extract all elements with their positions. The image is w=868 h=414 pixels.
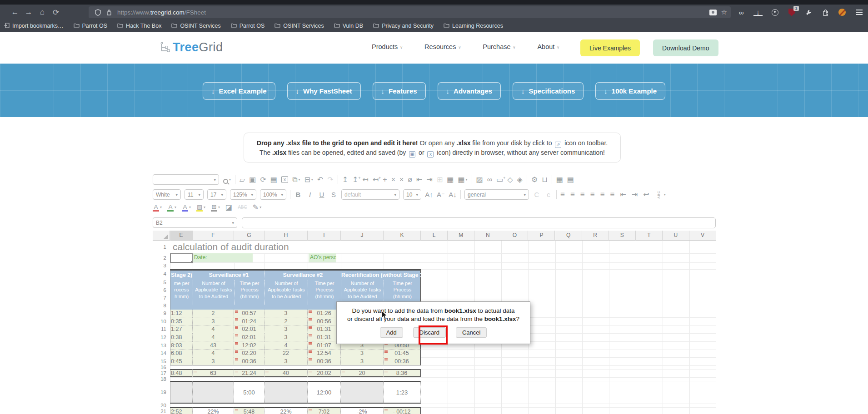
row-number[interactable]: 16 (153, 365, 166, 370)
row-number[interactable]: 7 (153, 295, 166, 301)
cell[interactable]: 20 (341, 369, 384, 377)
cell[interactable]: 3 (341, 350, 384, 357)
copy-icon[interactable]: ⧉▾ (292, 176, 300, 184)
bookmark-item[interactable]: Vuln DB (334, 23, 363, 29)
column-header-N[interactable]: N (474, 231, 501, 241)
column-header-T[interactable]: T (636, 231, 663, 241)
tag-icon[interactable]: ◇ (507, 176, 513, 184)
header-subcolumn[interactable]: Number of Applicable Tasks to be Audited (265, 280, 308, 305)
cell[interactable]: 00:57 (234, 310, 264, 317)
corner-cell[interactable] (153, 231, 170, 241)
vertical-text-icon[interactable]: ABC▾ (655, 191, 666, 199)
lowercase-icon[interactable]: c (544, 191, 553, 198)
url-bar[interactable]: https://www.treegrid.com/FSheet ☆ (89, 6, 731, 18)
cell[interactable] (341, 381, 384, 404)
font-larger-icon[interactable]: A↑ (425, 191, 433, 198)
cell-borders-icon[interactable]: ⊞▾ (211, 203, 220, 212)
download-demo-button[interactable]: Download Demo (653, 39, 718, 56)
header-group[interactable]: Surveillance #1 (193, 271, 265, 280)
header-subcolumn[interactable]: me per rocess h:mm) (170, 280, 193, 305)
privacy-shield-extension-icon[interactable]: 1 (787, 8, 796, 17)
nav-item-about[interactable]: About∨ (537, 43, 559, 50)
cell[interactable]: 22 (264, 350, 308, 357)
print-zoom-combo[interactable]: 100%▾ (260, 189, 286, 200)
cell[interactable]: 0:45 (170, 357, 193, 365)
insert-col-icon[interactable]: ↤+ (373, 176, 379, 184)
uppercase-icon[interactable]: C (533, 191, 541, 198)
cell[interactable]: 3 (264, 333, 308, 341)
anchor-button-features[interactable]: ↓Features (373, 82, 426, 100)
cell[interactable]: 4 (193, 325, 234, 333)
settings-icon[interactable]: ⚙ (531, 176, 538, 184)
header-group[interactable]: Stage 2) (170, 271, 193, 280)
cell[interactable]: 4 (193, 350, 234, 357)
header-subcolumn[interactable]: Number of Applicable Tasks to be Audited (341, 280, 384, 305)
row-number[interactable]: 17 (153, 370, 166, 376)
noscript-extension-icon[interactable] (838, 8, 847, 17)
column-header-Q[interactable]: Q (555, 231, 582, 241)
excel-export-icon[interactable]: x (281, 176, 288, 183)
sheet-title-cell[interactable]: calculation of audit duration (170, 241, 420, 253)
clear-format-icon[interactable]: ABC (238, 203, 247, 212)
row-number[interactable]: 4 (153, 271, 166, 276)
cell[interactable]: 2:52 (170, 407, 193, 414)
add-button[interactable]: Add (380, 327, 403, 338)
wrap-text-icon[interactable]: ↩ (643, 191, 649, 199)
size-combo[interactable]: 10▾ (403, 189, 421, 200)
column-header-J[interactable]: J (341, 231, 384, 241)
column-header-O[interactable]: O (501, 231, 528, 241)
print-icon[interactable]: ▤ (270, 176, 277, 184)
treegrid-logo[interactable]: TreeGrid (160, 40, 223, 54)
cell[interactable]: 02:01 (234, 333, 264, 341)
row-number[interactable]: 15 (153, 359, 166, 364)
cell[interactable]: - 00:12 (384, 407, 421, 414)
add-cells-icon[interactable]: + (383, 176, 387, 184)
nav-item-products[interactable]: Products∨ (372, 43, 403, 50)
adblock-extension-icon[interactable]: ∞ (737, 8, 746, 17)
cell[interactable]: 5:00 (234, 381, 264, 404)
extensions-puzzle-icon[interactable] (821, 8, 830, 17)
indent-icon[interactable]: ⇥ (427, 176, 433, 184)
cell[interactable]: 1:23 (384, 381, 421, 404)
cell[interactable]: 21:24 (234, 369, 264, 377)
cell[interactable]: 2 (193, 310, 234, 317)
zoom-combo[interactable]: 125%▾ (230, 189, 256, 200)
column-header-V[interactable]: V (689, 231, 716, 241)
cell[interactable]: 1:12 (170, 310, 193, 317)
anchor-button-advantages[interactable]: ↓Advantages (438, 82, 501, 100)
ao-personnel-label-cell[interactable]: AO's persone (309, 253, 336, 262)
open-file-icon[interactable]: ▱ (239, 176, 245, 184)
live-examples-button[interactable]: Live Examples (580, 39, 640, 56)
cell[interactable]: 3 (264, 357, 308, 365)
save-icon[interactable]: ▣ (249, 176, 256, 184)
nav-item-resources[interactable]: Resources∨ (424, 43, 461, 50)
cell[interactable]: 6:08 (170, 350, 193, 357)
sheet-list-combo[interactable]: ▾ (153, 174, 219, 185)
header-subcolumn[interactable]: Time per Process (hh:mm) (308, 280, 341, 305)
column-header-U[interactable]: U (663, 231, 689, 241)
row-number[interactable]: 21 (153, 409, 166, 414)
cell[interactable]: 3 (193, 357, 234, 365)
row-number[interactable]: 13 (153, 343, 166, 348)
cell[interactable]: 40 (264, 369, 308, 377)
home-icon[interactable]: ⌂ (35, 8, 49, 17)
nav-item-purchase[interactable]: Purchase∨ (483, 43, 515, 50)
cell[interactable]: 02:01 (234, 325, 264, 333)
image-icon[interactable]: ▨ (476, 176, 483, 184)
anchor-button-specifications[interactable]: ↓Specifications (513, 82, 584, 100)
column-header-K[interactable]: K (384, 231, 421, 241)
italic-button[interactable]: I (306, 191, 314, 198)
cancel-button[interactable]: Cancel (456, 327, 487, 338)
row-height-combo[interactable]: 17▾ (207, 189, 226, 200)
font-color-icon[interactable]: A▾ (153, 203, 162, 212)
align-bottom-icon[interactable]: ≡ (610, 191, 615, 199)
undo-icon[interactable]: ↶ (317, 176, 323, 184)
row-number[interactable]: 11 (153, 326, 166, 332)
column-header-M[interactable]: M (448, 231, 474, 241)
cell[interactable]: -2% (341, 407, 384, 414)
unlock-icon[interactable]: ⊔ (542, 176, 547, 184)
lock-icon[interactable] (106, 9, 112, 15)
row-number[interactable]: 20 (153, 403, 166, 408)
strike-color-icon[interactable]: A▾ (182, 203, 191, 212)
bookmark-item[interactable]: Hack The Box (117, 23, 161, 29)
